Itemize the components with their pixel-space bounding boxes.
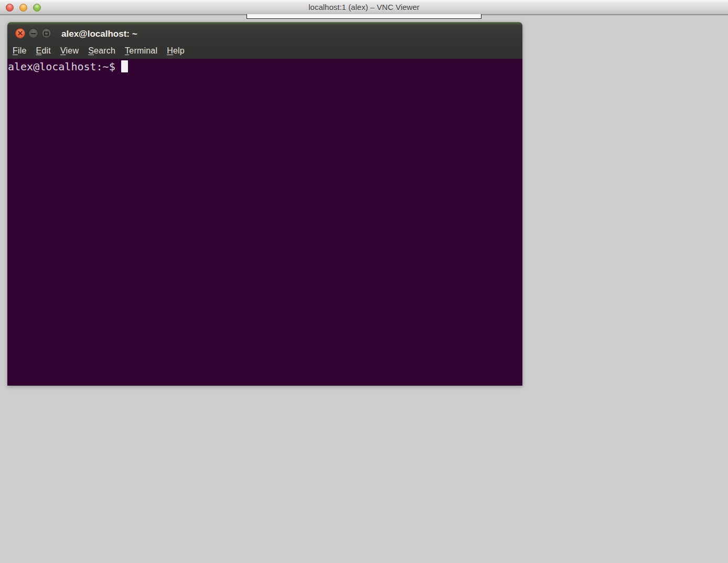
vnc-titlebar[interactable]: localhost:1 (alex) – VNC Viewer — [0, 0, 728, 15]
terminal-close-button[interactable]: ✕ — [15, 28, 25, 38]
menu-help-mnemonic: H — [167, 46, 173, 55]
menu-file[interactable]: File — [8, 45, 31, 58]
menu-edit-mnemonic: E — [36, 46, 42, 55]
menu-search-label: earch — [94, 46, 115, 55]
menu-file-mnemonic: F — [13, 46, 18, 55]
menu-help[interactable]: Help — [162, 45, 189, 58]
macos-traffic-lights — [6, 4, 41, 12]
shell-prompt: alex@localhost:~$ — [8, 60, 115, 73]
maximize-icon — [44, 31, 49, 36]
close-icon: ✕ — [17, 30, 23, 37]
menu-search[interactable]: Search — [83, 45, 120, 58]
menu-search-mnemonic: S — [88, 46, 94, 55]
terminal-prompt-line: alex@localhost:~$ — [8, 60, 522, 74]
menu-help-label: elp — [173, 46, 185, 55]
terminal-titlebar[interactable]: ✕ alex@localhost: ~ — [7, 22, 522, 44]
menu-view-mnemonic: V — [60, 46, 66, 55]
minimize-icon — [31, 33, 36, 34]
menu-terminal[interactable]: Terminal — [120, 45, 162, 58]
terminal-menubar: File Edit View Search Terminal Help — [7, 44, 522, 59]
vnc-toolbar-handle[interactable] — [247, 14, 481, 19]
menu-terminal-label: erminal — [129, 46, 157, 55]
terminal-cursor — [121, 60, 128, 72]
terminal-window: ✕ alex@localhost: ~ File Edit View Searc… — [7, 22, 522, 386]
terminal-window-title: alex@localhost: ~ — [61, 22, 137, 44]
menu-view-label: iew — [66, 46, 79, 55]
macos-minimize-button[interactable] — [19, 4, 27, 12]
macos-zoom-button[interactable] — [33, 4, 41, 12]
menu-view[interactable]: View — [56, 45, 83, 58]
menu-edit-label: dit — [41, 46, 51, 55]
remote-desktop: { "vnc": { "window_title": "localhost:1 … — [0, 0, 728, 563]
terminal-maximize-button[interactable] — [41, 28, 51, 38]
terminal-minimize-button[interactable] — [28, 28, 38, 38]
terminal-screen[interactable]: alex@localhost:~$ — [7, 59, 522, 386]
terminal-window-buttons: ✕ — [15, 28, 51, 38]
menu-edit[interactable]: Edit — [31, 45, 56, 58]
macos-close-button[interactable] — [6, 4, 14, 12]
vnc-window-title: localhost:1 (alex) – VNC Viewer — [0, 0, 728, 15]
menu-file-label: ile — [18, 46, 27, 55]
